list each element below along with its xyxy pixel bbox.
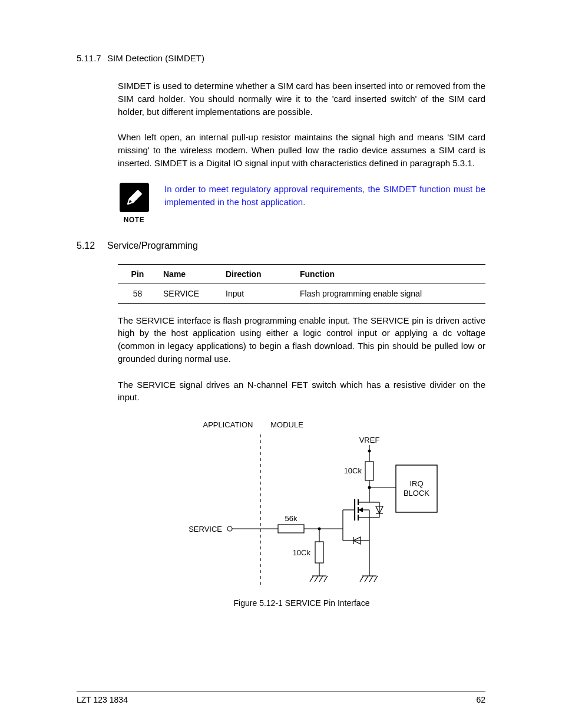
svg-line-13 — [310, 576, 313, 582]
cell-name: SERVICE — [160, 284, 222, 303]
page: 5.11.7 SIM Detection (SIMDET) SIMDET is … — [0, 0, 562, 728]
service-pin-interface-diagram: APPLICATION MODULE SERVICE 56k — [160, 417, 443, 594]
col-function: Function — [296, 264, 485, 284]
heading-title: SIM Detection (SIMDET) — [107, 53, 204, 63]
heading-number: 5.12 — [77, 241, 103, 251]
label-module: MODULE — [270, 420, 303, 429]
svg-line-14 — [315, 576, 318, 582]
label-10k-top: 10Ck — [344, 466, 362, 475]
figure-caption: Figure 5.12-1 SERVICE Pin Interface — [118, 598, 485, 608]
cell-direction: Input — [222, 284, 296, 303]
svg-marker-27 — [358, 508, 363, 512]
col-name: Name — [160, 264, 222, 284]
paragraph: The SERVICE interface is flash programmi… — [118, 314, 485, 365]
section-5-11-7-body: SIMDET is used to determine whether a SI… — [118, 80, 485, 224]
heading-number: 5.11.7 — [77, 53, 103, 63]
heading-title: Service/Programming — [107, 241, 198, 251]
footer-right: 62 — [476, 695, 485, 704]
cell-function: Flash programming enable signal — [296, 284, 485, 303]
pencil-icon — [120, 183, 149, 212]
footer-left: LZT 123 1834 — [77, 695, 128, 704]
label-56k: 56k — [285, 514, 297, 523]
svg-line-16 — [324, 576, 328, 582]
heading-5-11-7: 5.11.7 SIM Detection (SIMDET) — [77, 53, 485, 63]
section-5-12-body: Pin Name Direction Function 58 SERVICE I… — [118, 264, 485, 608]
svg-line-44 — [369, 576, 373, 582]
label-10k-bot: 10Ck — [293, 548, 311, 557]
svg-rect-6 — [278, 525, 304, 533]
cell-pin: 58 — [118, 284, 160, 303]
table-row: 58 SERVICE Input Flash programming enabl… — [118, 284, 485, 303]
label-application: APPLICATION — [203, 420, 253, 429]
label-vref: VREF — [359, 436, 380, 444]
col-direction: Direction — [222, 264, 296, 284]
heading-5-12: 5.12 Service/Programming — [77, 241, 485, 251]
svg-line-15 — [319, 576, 323, 582]
paragraph: The SERVICE signal drives an N-channel F… — [118, 378, 485, 404]
label-block: BLOCK — [404, 489, 429, 498]
svg-point-4 — [227, 526, 232, 531]
note-text: In order to meet regulatory approval req… — [164, 183, 485, 209]
note-label: NOTE — [124, 216, 144, 224]
note-block: NOTE In order to meet regulatory approva… — [118, 183, 485, 224]
paragraph: When left open, an internal pull-up resi… — [118, 131, 485, 169]
svg-line-43 — [365, 576, 368, 582]
svg-line-45 — [374, 576, 378, 582]
svg-rect-49 — [365, 462, 373, 480]
content: 5.11.7 SIM Detection (SIMDET) SIMDET is … — [77, 53, 485, 667]
figure-5-12-1: APPLICATION MODULE SERVICE 56k — [118, 417, 485, 608]
svg-line-42 — [360, 576, 363, 582]
pin-table: Pin Name Direction Function 58 SERVICE I… — [118, 264, 485, 304]
table-header-row: Pin Name Direction Function — [118, 264, 485, 284]
paragraph: SIMDET is used to determine whether a SI… — [118, 80, 485, 118]
col-pin: Pin — [118, 264, 160, 284]
note-badge: NOTE — [118, 183, 150, 224]
label-service: SERVICE — [189, 525, 222, 533]
page-footer: LZT 123 1834 62 — [77, 691, 485, 704]
label-irq: IRQ — [409, 479, 423, 488]
svg-rect-10 — [315, 542, 323, 563]
